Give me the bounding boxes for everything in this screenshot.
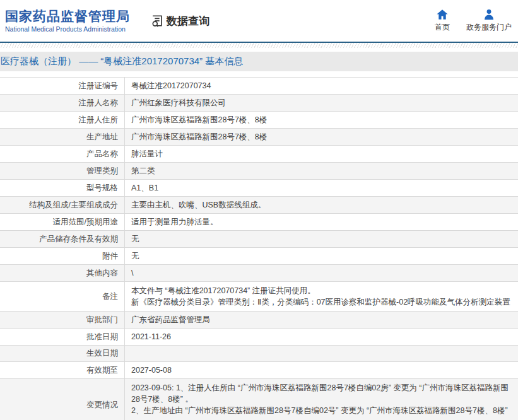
row-value: \ [124, 265, 518, 281]
table-row: 产品名称 肺活量计 [0, 146, 518, 163]
user-icon [483, 9, 495, 20]
nav-item-label: 首页 [435, 22, 450, 33]
logo-title: 国家药品监督管理局 [5, 9, 146, 24]
table-row: 有效期至 2027-05-08 [0, 362, 518, 379]
table-row: 注册人名称 广州红象医疗科技有限公司 [0, 95, 518, 112]
row-label: 其他内容 [0, 265, 124, 281]
row-label: 注册人名称 [0, 95, 124, 111]
registration-info-table: 注册证编号 粤械注准20172070734 注册人名称 广州红象医疗科技有限公司… [0, 77, 518, 420]
row-label: 结构及组成/主要组成成分 [0, 197, 124, 213]
table-row: 注册人住所 广州市海珠区荔福路新围28号7楼、8楼 [0, 112, 518, 129]
row-label: 变更情况 [0, 379, 124, 420]
table-row: 批准日期 2021-11-26 [0, 329, 518, 346]
row-label: 注册证编号 [0, 78, 124, 94]
logo-subtitle: National Medical Products Administration [5, 25, 146, 33]
row-value: 无 [124, 248, 518, 264]
data-query-section[interactable]: 数据查询 [150, 14, 209, 28]
row-value: 广州市海珠区荔福路新围28号7楼、8楼 [124, 129, 518, 145]
table-row: 生效日期 [0, 346, 518, 362]
row-value: 主要由主机、吹嘴、USB数据线组成。 [124, 197, 518, 213]
page-title-bar: 医疗器械（注册） —— “粤械注准20172070734” 基本信息 [0, 52, 518, 71]
table-row: 其他内容 \ [0, 265, 518, 282]
row-value: 适用于测量用力肺活量。 [124, 214, 518, 230]
table-row: 结构及组成/主要组成成分 主要由主机、吹嘴、USB数据线组成。 [0, 197, 518, 214]
table-row: 注册证编号 粤械注准20172070734 [0, 78, 518, 95]
row-value: 肺活量计 [124, 146, 518, 162]
row-value: 本文件与 “粤械注准20172070734” 注册证共同使用。 新《医疗器械分类… [124, 282, 518, 311]
row-label: 生产地址 [0, 129, 124, 145]
row-value: 广州红象医疗科技有限公司 [124, 95, 518, 111]
table-row: 适用范围/预期用途 适用于测量用力肺活量。 [0, 214, 518, 231]
row-label: 审批部门 [0, 312, 124, 328]
row-label: 注册人住所 [0, 112, 124, 128]
table-row: 生产地址 广州市海珠区荔福路新围28号7楼、8楼 [0, 129, 518, 146]
nav-item-portal[interactable]: 政务服务门户 [466, 9, 512, 33]
row-label: 适用范围/预期用途 [0, 214, 124, 230]
row-label: 型号规格 [0, 180, 124, 196]
data-query-label: 数据查询 [167, 14, 209, 28]
row-value: 无 [124, 231, 518, 247]
row-value: 2023-09-05: 1、注册人住所由 “广州市海珠区荔福路新围28号7楼自编… [124, 379, 518, 420]
row-label: 产品储存条件及有效期 [0, 231, 124, 247]
site-header: 国家药品监督管理局 National Medical Products Admi… [0, 0, 518, 42]
row-value: 广州市海珠区荔福路新围28号7楼、8楼 [124, 112, 518, 128]
header-nav: 首页 政务服务门户 [435, 9, 512, 33]
row-value: 第二类 [124, 163, 518, 179]
nav-item-label: 政务服务门户 [466, 22, 512, 33]
site-logo[interactable]: 国家药品监督管理局 National Medical Products Admi… [5, 9, 146, 33]
row-value: 2027-05-08 [124, 362, 518, 378]
table-row: 产品储存条件及有效期 无 [0, 231, 518, 248]
row-label: 有效期至 [0, 362, 124, 378]
hatched-strip [0, 43, 518, 48]
row-label: 附件 [0, 248, 124, 264]
row-label: 生效日期 [0, 346, 124, 361]
row-label: 批准日期 [0, 329, 124, 345]
table-row-remarks: 备注 本文件与 “粤械注准20172070734” 注册证共同使用。 新《医疗器… [0, 282, 518, 312]
row-label: 产品名称 [0, 146, 124, 162]
table-row: 管理类别 第二类 [0, 163, 518, 180]
table-row: 审批部门 广东省药品监督管理局 [0, 312, 518, 329]
row-value: 2021-11-26 [124, 329, 518, 345]
table-row: 型号规格 A1、B1 [0, 180, 518, 197]
row-value [124, 346, 518, 361]
row-value: 广东省药品监督管理局 [124, 312, 518, 328]
row-value: A1、B1 [124, 180, 518, 196]
table-row-changes: 变更情况 2023-09-05: 1、注册人住所由 “广州市海珠区荔福路新围28… [0, 379, 518, 420]
data-query-icon [150, 14, 164, 28]
row-label: 管理类别 [0, 163, 124, 179]
home-icon [436, 9, 449, 20]
table-row: 附件 无 [0, 248, 518, 265]
nav-item-home[interactable]: 首页 [435, 9, 450, 33]
row-label: 备注 [0, 282, 124, 311]
row-value: 粤械注准20172070734 [124, 78, 518, 94]
page-title: 医疗器械（注册） —— “粤械注准20172070734” 基本信息 [1, 55, 243, 67]
